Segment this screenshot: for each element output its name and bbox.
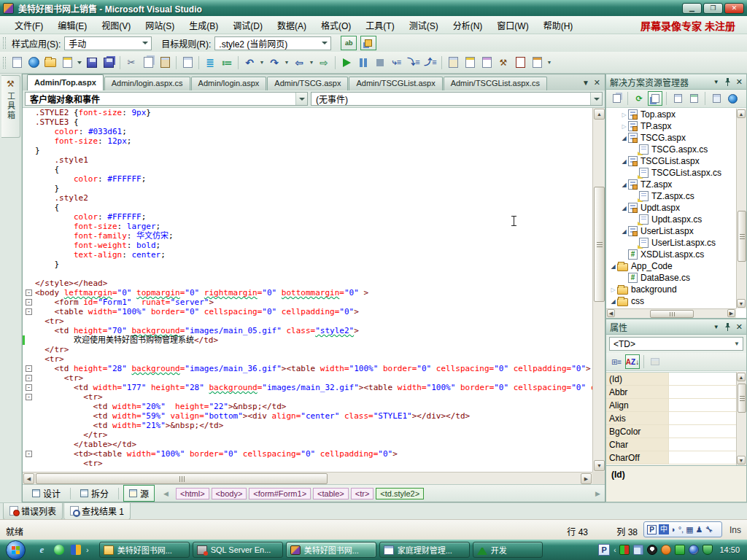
tray-network-icon[interactable]	[633, 545, 643, 555]
window-position-icon[interactable]: ▼	[713, 79, 719, 85]
breadcrumb-tag-4[interactable]: <tr>	[351, 488, 374, 499]
ime-user-icon[interactable]: ♟	[696, 525, 703, 534]
new-website-button[interactable]	[26, 55, 42, 71]
object-selector-combo[interactable]: <TD> ▼	[609, 337, 743, 351]
property-value[interactable]	[669, 412, 746, 424]
property-row-char[interactable]: Char	[606, 438, 746, 451]
toolbar-overflow[interactable]: ▼	[546, 55, 553, 71]
fold-toggle-icon[interactable]: -	[26, 308, 32, 315]
save-button[interactable]	[84, 55, 100, 71]
style-apply-combo[interactable]: 手动	[64, 36, 152, 50]
add-item-dropdown[interactable]	[76, 55, 83, 71]
document-tab-2[interactable]: Admin/login.aspx	[191, 77, 267, 90]
tree-item-tscglist-aspx[interactable]: ◢TSCGList.aspx	[606, 155, 746, 167]
object-dropdown[interactable]: 客户端对象和事件	[25, 92, 308, 106]
breadcrumb-tag-3[interactable]: <table>	[313, 488, 349, 499]
tray-wangwang-icon[interactable]	[661, 545, 671, 555]
scrollbar-thumb[interactable]	[738, 211, 746, 262]
tree-item-tscg-aspx-cs[interactable]: TSCG.aspx.cs	[606, 144, 746, 155]
scroll-up-arrow[interactable]: ▲	[737, 373, 746, 381]
undo-dropdown[interactable]: ▼	[258, 55, 266, 71]
close-document-icon[interactable]: ✕	[594, 78, 600, 88]
tree-item-css[interactable]: ◢css	[606, 295, 746, 307]
tree-item-userlist-aspx-cs[interactable]: UserList.aspx.cs	[606, 237, 746, 249]
object-browser-button[interactable]	[479, 55, 495, 71]
breadcrumb-tag-0[interactable]: <html>	[176, 488, 209, 499]
navigate-back-dropdown[interactable]: ▼	[308, 55, 315, 71]
error-list-tab[interactable]: 错误列表	[3, 503, 63, 520]
collapsed-arrow-icon[interactable]: ▷	[620, 123, 628, 130]
tree-item-tp-aspx[interactable]: ▷TP.aspx	[606, 120, 746, 132]
property-row-align[interactable]: Align	[606, 399, 746, 412]
properties-scrollbar[interactable]: ▲ ▼	[736, 372, 746, 465]
fold-toggle-icon[interactable]: -	[26, 451, 32, 457]
toolbox-collapsed-tab[interactable]: ⚒ 工具箱	[1, 75, 20, 138]
tree-item-xsdlist-aspx-cs[interactable]: #XSDList.aspx.cs	[606, 249, 746, 260]
menu-item-3[interactable]: 网站(S)	[138, 16, 182, 34]
document-tab-4[interactable]: Admin/TSCGList.aspx	[349, 77, 442, 90]
pin-icon[interactable]	[724, 78, 731, 86]
property-row-bgcolor[interactable]: BgColor	[606, 425, 746, 438]
tree-item-userlist-aspx[interactable]: ◢UserList.aspx	[606, 225, 746, 237]
start-button[interactable]	[6, 540, 26, 560]
toolbar-grip[interactable]	[3, 37, 6, 49]
breadcrumb-tag-5[interactable]: <td.style2>	[376, 488, 424, 499]
close-button[interactable]: ✕	[724, 3, 744, 14]
menu-item-10[interactable]: 分析(N)	[446, 16, 490, 34]
fold-toggle-icon[interactable]: -	[26, 299, 32, 306]
expanded-arrow-icon[interactable]: ◢	[620, 228, 628, 235]
editor-vertical-scrollbar[interactable]: ▲ ▼	[592, 108, 605, 472]
taskbar-button-3[interactable]: 家庭理财管理...	[379, 542, 470, 558]
find-in-files-button[interactable]	[179, 55, 196, 71]
properties-page-button[interactable]	[609, 91, 624, 106]
scroll-left-arrow[interactable]: ◀	[607, 309, 615, 317]
tree-item-database-cs[interactable]: #DataBase.cs	[606, 272, 746, 284]
pause-button[interactable]	[355, 55, 371, 71]
tree-horizontal-scrollbar[interactable]: ◀ ▶	[606, 308, 736, 318]
taskbar-button-1[interactable]: SQL Server En...	[193, 542, 283, 558]
stop-button[interactable]	[372, 55, 388, 71]
media-player-icon[interactable]	[69, 544, 82, 556]
undo-button[interactable]: ↶	[241, 55, 258, 71]
scroll-up-arrow[interactable]: ▲	[594, 109, 605, 120]
menu-item-11[interactable]: 窗口(W)	[489, 16, 535, 34]
property-value[interactable]	[669, 373, 746, 385]
messenger-icon[interactable]	[53, 544, 65, 556]
toolbox-button[interactable]: ⚒	[495, 55, 511, 71]
active-files-dropdown-icon[interactable]: ▼	[582, 79, 589, 87]
tray-qq-icon[interactable]	[647, 545, 657, 555]
minimize-button[interactable]: ▁	[682, 3, 702, 14]
scroll-up-arrow[interactable]: ▲	[737, 109, 746, 118]
menu-item-8[interactable]: 工具(T)	[358, 16, 401, 34]
scroll-down-arrow[interactable]: ▼	[737, 299, 746, 308]
tray-recorder-icon[interactable]	[619, 545, 630, 555]
internet-explorer-icon[interactable]: e	[36, 544, 48, 556]
document-tab-1[interactable]: Admin/login.aspx.cs	[104, 77, 190, 90]
taskbar-button-4[interactable]: 开发	[473, 542, 543, 558]
open-file-button[interactable]	[42, 55, 58, 71]
property-row--id-[interactable]: (Id)	[606, 373, 746, 386]
menu-item-2[interactable]: 视图(V)	[94, 16, 138, 34]
source-view-button[interactable]: 源	[123, 485, 155, 502]
taskbar-button-0[interactable]: 美特好图书网...	[99, 542, 190, 558]
expanded-arrow-icon[interactable]: ◢	[620, 158, 628, 165]
breadcrumb-scroll-right-icon[interactable]: ▶	[595, 490, 600, 497]
ime-mode-icon[interactable]: P	[647, 525, 657, 534]
breadcrumb-tag-2[interactable]: <form#Form1>	[249, 488, 311, 499]
ime-fullwidth-icon[interactable]: ◗	[671, 525, 676, 534]
collapsed-arrow-icon[interactable]: ▷	[620, 112, 628, 118]
format-list-button[interactable]: ≣	[202, 55, 218, 71]
cut-button[interactable]: ✂	[123, 55, 139, 71]
document-tab-3[interactable]: Admin/TSCG.aspx	[267, 77, 348, 90]
target-rule-combo[interactable]: .style2 (当前网页)	[214, 36, 331, 50]
expanded-arrow-icon[interactable]: ◢	[620, 205, 628, 211]
menu-item-7[interactable]: 格式(O)	[314, 16, 358, 34]
menu-item-5[interactable]: 调试(D)	[225, 16, 270, 34]
scroll-left-arrow[interactable]: ◀	[23, 473, 34, 484]
menu-item-12[interactable]: 帮助(H)	[536, 16, 581, 34]
new-project-button[interactable]	[9, 55, 25, 71]
tree-vertical-scrollbar[interactable]: ▲ ▼	[736, 109, 746, 308]
code-editor[interactable]: .STYLE2 {font-size: 9px}.STYLE3 { color:…	[23, 108, 592, 472]
start-debugging-button[interactable]	[338, 55, 355, 71]
categorized-button[interactable]: ⊞≡	[609, 354, 624, 369]
